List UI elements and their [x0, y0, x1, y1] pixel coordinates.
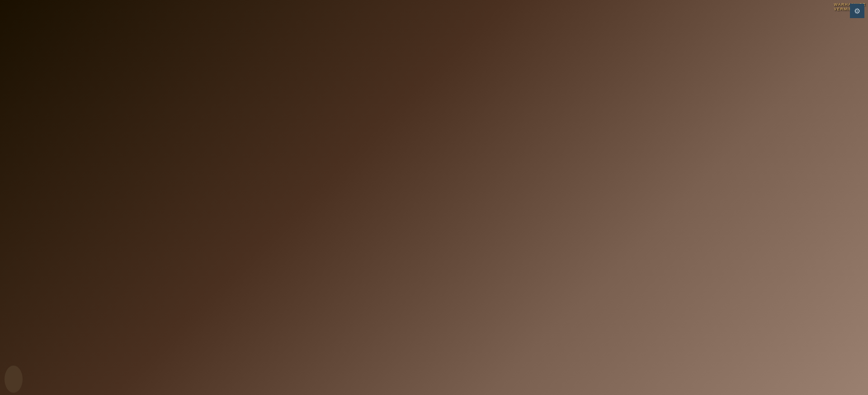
settings-button[interactable]: ⚙ [850, 4, 864, 18]
vermintide-thumb-art: WARHAMMERVERMINTIDE [0, 229, 70, 267]
gear-icon: ⚙ [854, 7, 860, 15]
queue-item-warhammer-vermintide-2: WARHAMMERVERMINTIDE Warhammer: Vermintid… [0, 229, 868, 267]
warhammer-thumbnail: WARHAMMERVERMINTIDE [0, 229, 70, 267]
